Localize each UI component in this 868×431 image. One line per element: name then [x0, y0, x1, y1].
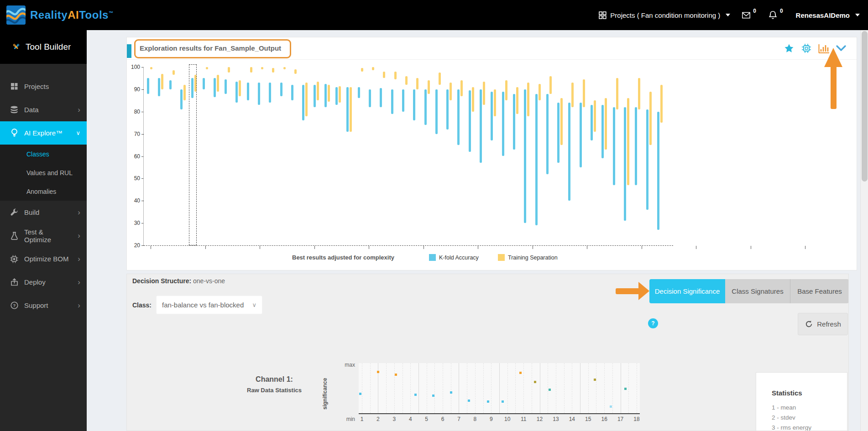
training-separation-bar[interactable] — [616, 78, 618, 109]
user-menu[interactable]: RenesasAIDemo — [796, 11, 860, 19]
exploration-results-chart[interactable]: 1009080706050403020 — [143, 67, 668, 245]
training-separation-bar[interactable] — [372, 67, 374, 70]
kfold-accuracy-bar[interactable] — [346, 87, 349, 132]
training-separation-bar[interactable] — [439, 73, 441, 85]
training-separation-bar[interactable] — [261, 67, 263, 69]
training-separation-bar[interactable] — [217, 75, 219, 92]
training-separation-bar[interactable] — [571, 83, 574, 107]
training-separation-bar[interactable] — [549, 76, 552, 94]
significance-point[interactable] — [487, 400, 489, 403]
kfold-accuracy-bar[interactable] — [591, 105, 593, 140]
training-separation-bar[interactable] — [416, 78, 418, 89]
kfold-accuracy-bar[interactable] — [424, 89, 427, 125]
kfold-accuracy-bar[interactable] — [225, 79, 227, 94]
training-separation-bar[interactable] — [272, 68, 274, 73]
significance-point[interactable] — [594, 379, 596, 381]
significance-point[interactable] — [624, 388, 627, 390]
training-separation-bar[interactable] — [605, 98, 607, 149]
kfold-accuracy-bar[interactable] — [380, 88, 382, 107]
significance-point[interactable] — [549, 389, 551, 391]
significance-point[interactable] — [502, 400, 504, 403]
kfold-accuracy-bar[interactable] — [269, 83, 271, 103]
training-separation-bar[interactable] — [460, 80, 463, 96]
training-separation-bar[interactable] — [583, 79, 585, 107]
training-separation-bar[interactable] — [527, 83, 529, 116]
kfold-accuracy-bar[interactable] — [535, 94, 538, 225]
sidebar-subitem-anomalies[interactable]: Anomalies — [0, 182, 87, 201]
sidebar-item-deploy[interactable]: Deploy› — [0, 270, 87, 294]
significance-point[interactable] — [519, 372, 522, 374]
kfold-accuracy-bar[interactable] — [624, 107, 626, 221]
kfold-accuracy-bar[interactable] — [435, 89, 438, 134]
training-separation-bar[interactable] — [428, 80, 430, 93]
training-separation-bar[interactable] — [350, 87, 352, 132]
kfold-accuracy-bar[interactable] — [358, 87, 360, 98]
kfold-accuracy-bar[interactable] — [491, 92, 493, 141]
significance-plot[interactable] — [359, 363, 640, 414]
kfold-accuracy-bar[interactable] — [413, 89, 415, 120]
training-separation-bar[interactable] — [638, 78, 640, 109]
significance-point[interactable] — [534, 381, 536, 383]
training-separation-bar[interactable] — [173, 70, 175, 75]
kfold-accuracy-bar[interactable] — [235, 82, 238, 103]
training-separation-bar[interactable] — [317, 82, 319, 101]
sidebar-item-data[interactable]: Data› — [0, 98, 87, 121]
kfold-accuracy-bar[interactable] — [568, 103, 570, 201]
kfold-accuracy-bar[interactable] — [302, 85, 304, 120]
significance-point[interactable] — [450, 391, 452, 394]
training-separation-bar[interactable] — [206, 67, 208, 69]
class-dropdown[interactable]: fan-balance vs fan-blocked ∨ — [156, 296, 262, 314]
kfold-accuracy-bar[interactable] — [546, 94, 549, 174]
kfold-accuracy-bar[interactable] — [480, 89, 482, 163]
training-separation-bar[interactable] — [305, 83, 308, 116]
training-separation-bar[interactable] — [627, 98, 629, 185]
kfold-accuracy-bar[interactable] — [335, 87, 338, 105]
training-separation-bar[interactable] — [516, 87, 518, 114]
notifications-button[interactable]: 0 — [769, 11, 784, 19]
kfold-accuracy-bar[interactable] — [280, 83, 282, 96]
kfold-accuracy-bar[interactable] — [203, 78, 205, 89]
training-separation-bar[interactable] — [161, 74, 163, 89]
kfold-accuracy-bar[interactable] — [169, 80, 172, 89]
training-separation-bar[interactable] — [183, 85, 186, 100]
kfold-accuracy-bar[interactable] — [391, 89, 393, 114]
projects-menu[interactable]: Projects ( Fan condition monitoring ) — [598, 11, 730, 19]
significance-point[interactable] — [414, 394, 417, 396]
training-separation-bar[interactable] — [405, 76, 408, 85]
kfold-accuracy-bar[interactable] — [369, 89, 371, 107]
training-separation-bar[interactable] — [361, 68, 363, 71]
training-separation-bar[interactable] — [539, 84, 541, 101]
training-separation-bar[interactable] — [339, 86, 341, 103]
kfold-accuracy-bar[interactable] — [502, 92, 504, 156]
training-separation-bar[interactable] — [228, 67, 230, 73]
kfold-accuracy-bar[interactable] — [601, 105, 604, 158]
messages-button[interactable]: 0 — [742, 11, 757, 19]
tab-base-features[interactable]: Base Features — [790, 279, 849, 303]
training-separation-bar[interactable] — [394, 72, 397, 79]
training-separation-bar[interactable] — [494, 89, 496, 116]
kfold-accuracy-bar[interactable] — [324, 84, 327, 107]
sidebar-item-support[interactable]: ?Support› — [0, 294, 87, 317]
tab-decision-significance[interactable]: Decision Significance — [649, 279, 725, 303]
training-separation-bar[interactable] — [283, 67, 286, 69]
kfold-accuracy-bar[interactable] — [180, 89, 183, 109]
kfold-accuracy-bar[interactable] — [446, 89, 449, 130]
training-separation-bar[interactable] — [505, 80, 507, 100]
kfold-accuracy-bar[interactable] — [214, 78, 216, 97]
kfold-accuracy-bar[interactable] — [469, 90, 471, 151]
kfold-accuracy-bar[interactable] — [147, 78, 149, 93]
kfold-accuracy-bar[interactable] — [291, 85, 293, 100]
page-scrollbar[interactable] — [860, 30, 868, 431]
sidebar-item-optimize-bom[interactable]: Optimize BOM› — [0, 247, 87, 270]
kfold-accuracy-bar[interactable] — [258, 83, 260, 105]
significance-point[interactable] — [377, 371, 379, 373]
significance-point[interactable] — [468, 400, 470, 402]
training-separation-bar[interactable] — [150, 67, 152, 69]
kfold-accuracy-bar[interactable] — [524, 89, 526, 223]
training-separation-bar[interactable] — [472, 87, 474, 112]
kfold-accuracy-bar[interactable] — [402, 89, 404, 112]
kfold-accuracy-bar[interactable] — [646, 109, 648, 210]
kfold-accuracy-bar[interactable] — [314, 85, 316, 107]
sidebar-subitem-classes[interactable]: Classes — [0, 145, 87, 163]
kfold-accuracy-bar[interactable] — [580, 103, 582, 167]
